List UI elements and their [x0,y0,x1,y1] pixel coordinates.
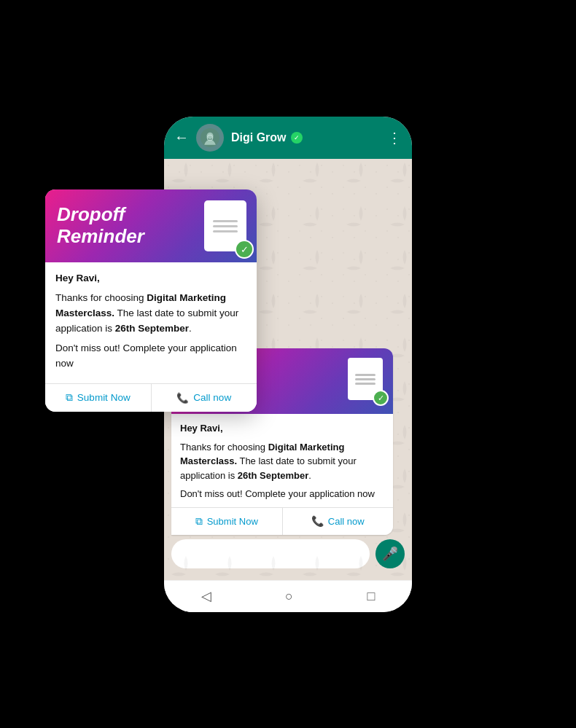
document-icon-area: ✓ [348,358,386,404]
back-nav-icon[interactable]: ◁ [201,588,211,604]
fc-greeting: Hey Ravi, [55,271,246,286]
whatsapp-header: ← Digi Grow ✓ ⋮ [164,117,412,159]
fc-doc-area: ✓ [204,200,246,251]
submit-now-button[interactable]: ⧉ Submit Now [171,508,282,535]
bubble-actions: ⧉ Submit Now 📞 Call now [171,507,393,535]
bubble-body: Hey Ravi, Thanks for choosing Digital Ma… [171,414,393,507]
doc-line-2 [355,378,375,380]
fc-doc-line-1 [213,220,238,222]
doc-check-icon: ✓ [373,390,389,406]
fc-doc-line-2 [213,225,238,227]
floating-card: Dropoff Reminder ✓ Hey Ravi, Thanks for … [45,189,257,412]
menu-button[interactable]: ⋮ [387,129,402,146]
phone-nav-bar: ◁ ○ □ [164,580,412,612]
send-button[interactable]: 🎤 [375,539,405,568]
contact-name: Digi Grow [231,131,287,144]
doc-icon: ✓ [348,358,383,400]
input-bar: 🎤 [164,535,412,573]
back-button[interactable]: ← [174,129,189,146]
fc-body-text-2: Don't miss out! Complete your applicatio… [55,341,246,372]
home-nav-icon[interactable]: ○ [285,589,293,604]
body-text-1: Thanks for choosing Digital Marketing Ma… [180,440,384,483]
greeting-text: Hey Ravi, [180,421,384,436]
doc-line-1 [355,374,375,376]
fc-title: Dropoff Reminder [57,204,144,248]
fc-doc-icon: ✓ [204,200,246,251]
fc-actions: ⧉ Submit Now 📞 Call now [45,383,257,412]
message-input[interactable] [171,539,370,568]
call-now-label: Call now [328,516,365,527]
call-now-button[interactable]: 📞 Call now [282,508,394,535]
contact-avatar [196,124,224,152]
verified-badge: ✓ [291,132,303,144]
fc-body-text-1: Thanks for choosing Digital Marketing Ma… [55,291,246,337]
fc-doc-check-icon: ✓ [235,240,254,259]
fc-header: Dropoff Reminder ✓ [45,189,257,262]
fc-call-button[interactable]: 📞 Call now [151,384,257,412]
fc-submit-button[interactable]: ⧉ Submit Now [45,384,151,412]
body-text-2: Don't miss out! Complete your applicatio… [180,487,384,501]
fc-submit-icon: ⧉ [66,392,73,404]
recents-nav-icon[interactable]: □ [367,589,375,604]
fc-call-label: Call now [193,392,231,403]
fc-body: Hey Ravi, Thanks for choosing Digital Ma… [45,262,257,383]
fc-submit-label: Submit Now [77,392,131,403]
phone-icon: 📞 [311,515,324,527]
fc-doc-line-3 [213,230,238,232]
submit-now-label: Submit Now [207,516,258,527]
scene: ← Digi Grow ✓ ⋮ [0,0,576,728]
submit-icon: ⧉ [195,515,203,528]
contact-name-row: Digi Grow ✓ [231,131,380,144]
fc-phone-icon: 📞 [176,392,189,404]
doc-line-3 [355,383,375,385]
